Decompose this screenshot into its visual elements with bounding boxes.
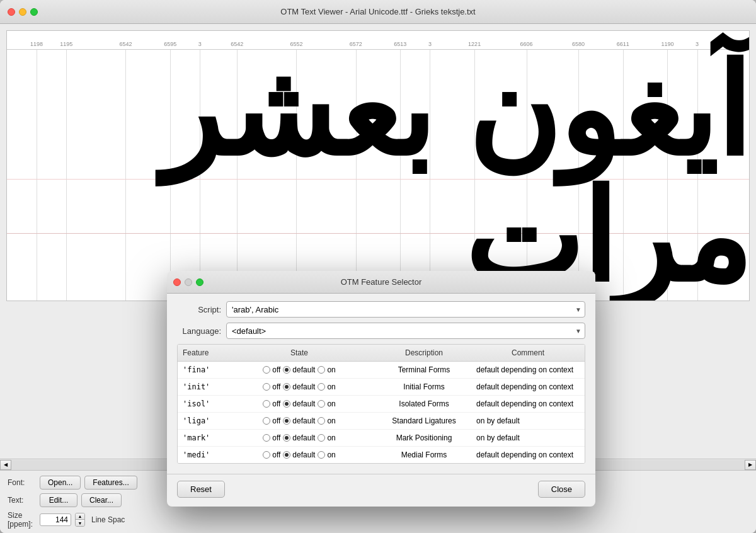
- table-body: 'fina' off default: [178, 362, 585, 463]
- radio-on-liga-label: on: [327, 416, 335, 425]
- reset-button[interactable]: Reset: [177, 481, 225, 498]
- radio-default-medi-btn[interactable]: [283, 451, 290, 459]
- table-row: 'liga' off default: [178, 413, 585, 430]
- radio-on-mark-btn[interactable]: [318, 434, 325, 442]
- comment-mark: on by default: [471, 432, 585, 444]
- language-dropdown[interactable]: <default>: [226, 323, 585, 339]
- minimize-button[interactable]: [19, 8, 26, 16]
- size-label: Size [ppem]:: [8, 511, 36, 529]
- feature-name-mark: 'mark': [178, 432, 222, 444]
- radio-off-isol-btn[interactable]: [263, 400, 270, 408]
- language-dropdown-wrapper: <default> ▼: [226, 323, 585, 339]
- radio-off-fina-btn[interactable]: [263, 366, 270, 374]
- scroll-left-arrow[interactable]: ◀: [0, 460, 11, 470]
- radio-on-mark-label: on: [327, 433, 335, 442]
- desc-mark: Mark Positioning: [377, 432, 471, 444]
- size-stepper[interactable]: ▲ ▼: [75, 513, 85, 527]
- radio-on-isol-label: on: [327, 399, 335, 408]
- radio-default-init-btn[interactable]: [283, 383, 290, 391]
- dialog-title: OTM Feature Selector: [341, 277, 422, 287]
- ruler-mark: 1198: [30, 41, 43, 47]
- radio-on-init[interactable]: on: [318, 382, 335, 391]
- radio-off-mark[interactable]: off: [263, 433, 280, 442]
- clear-button[interactable]: Clear...: [81, 493, 122, 507]
- radio-off-init-btn[interactable]: [263, 383, 270, 391]
- radio-default-isol-btn[interactable]: [283, 400, 290, 408]
- radio-off-medi[interactable]: off: [263, 450, 280, 459]
- radio-on-isol[interactable]: on: [318, 399, 335, 408]
- radio-off-init[interactable]: off: [263, 382, 280, 391]
- radio-default-fina-btn[interactable]: [283, 366, 290, 374]
- size-row: Size [ppem]: ▲ ▼ Line Spac: [8, 511, 748, 529]
- maximize-button[interactable]: [30, 8, 38, 16]
- radio-off-medi-btn[interactable]: [263, 451, 270, 459]
- window-title: OTM Text Viewer - Arial Unicode.ttf - Gr…: [280, 7, 475, 16]
- desc-medi: Medial Forms: [377, 449, 471, 461]
- radio-on-isol-btn[interactable]: [318, 400, 325, 408]
- radio-off-liga[interactable]: off: [263, 416, 280, 425]
- radio-default-init[interactable]: default: [283, 382, 315, 391]
- radio-default-fina[interactable]: default: [283, 365, 315, 374]
- script-dropdown[interactable]: 'arab', Arabic: [226, 301, 585, 318]
- state-cell-liga: off default on: [222, 415, 377, 427]
- radio-on-init-label: on: [327, 382, 335, 391]
- title-bar: OTM Text Viewer - Arial Unicode.ttf - Gr…: [0, 0, 756, 24]
- radio-off-isol[interactable]: off: [263, 399, 280, 408]
- state-cell-isol: off default on: [222, 398, 377, 410]
- close-dialog-button[interactable]: Close: [538, 481, 585, 498]
- table-row: 'init' off default: [178, 379, 585, 396]
- desc-liga: Standard Ligatures: [377, 415, 471, 427]
- language-row: Language: <default> ▼: [177, 323, 585, 339]
- radio-off-liga-label: off: [272, 416, 280, 425]
- radio-on-medi-btn[interactable]: [318, 451, 325, 459]
- stepper-up[interactable]: ▲: [76, 513, 84, 520]
- radio-on-fina[interactable]: on: [318, 365, 335, 374]
- radio-default-isol[interactable]: default: [283, 399, 315, 408]
- radio-off-init-label: off: [272, 382, 280, 391]
- size-input[interactable]: [40, 513, 71, 526]
- radio-off-liga-btn[interactable]: [263, 417, 270, 425]
- radio-on-liga-btn[interactable]: [318, 417, 325, 425]
- comment-fina: default depending on context: [471, 364, 585, 376]
- radio-default-mark-btn[interactable]: [283, 434, 290, 442]
- radio-default-liga[interactable]: default: [283, 416, 315, 425]
- radio-off-mark-btn[interactable]: [263, 434, 270, 442]
- arabic-text: آيغون بعشر مرات: [7, 49, 749, 301]
- close-button[interactable]: [8, 8, 15, 16]
- edit-button[interactable]: Edit...: [40, 493, 77, 507]
- radio-default-mark-label: default: [292, 433, 315, 442]
- comment-medi: default depending on context: [471, 449, 585, 461]
- stepper-down[interactable]: ▼: [76, 520, 84, 526]
- state-cell-fina: off default on: [222, 364, 377, 376]
- radio-default-init-label: default: [292, 382, 315, 391]
- radio-off-fina[interactable]: off: [263, 365, 280, 374]
- dialog-close-button[interactable]: [173, 278, 181, 286]
- open-button[interactable]: Open...: [40, 476, 81, 490]
- font-label: Font:: [8, 478, 36, 487]
- radio-off-medi-label: off: [272, 450, 280, 459]
- radio-default-medi-label: default: [292, 450, 315, 459]
- dialog-maximize-button[interactable]: [196, 278, 203, 286]
- dialog-footer: Reset Close: [167, 474, 595, 507]
- scroll-right-arrow[interactable]: ▶: [745, 460, 756, 470]
- line-spacing-label: Line Spac: [91, 515, 125, 524]
- feature-name-init: 'init': [178, 381, 222, 393]
- desc-fina: Terminal Forms: [377, 364, 471, 376]
- dialog-minimize-button[interactable]: [185, 278, 192, 286]
- comment-init: default depending on context: [471, 381, 585, 393]
- header-comment: Comment: [471, 347, 585, 358]
- features-button[interactable]: Features...: [84, 476, 137, 490]
- radio-on-mark[interactable]: on: [318, 433, 335, 442]
- radio-on-init-btn[interactable]: [318, 383, 325, 391]
- table-row: 'isol' off default: [178, 396, 585, 413]
- dialog-traffic-lights: [173, 278, 203, 286]
- radio-on-liga[interactable]: on: [318, 416, 335, 425]
- desc-isol: Isolated Forms: [377, 398, 471, 410]
- header-state: State: [222, 347, 377, 358]
- radio-default-liga-btn[interactable]: [283, 417, 290, 425]
- radio-default-medi[interactable]: default: [283, 450, 315, 459]
- radio-default-mark[interactable]: default: [283, 433, 315, 442]
- radio-on-medi[interactable]: on: [318, 450, 335, 459]
- language-label: Language:: [177, 326, 221, 336]
- radio-on-fina-btn[interactable]: [318, 366, 325, 374]
